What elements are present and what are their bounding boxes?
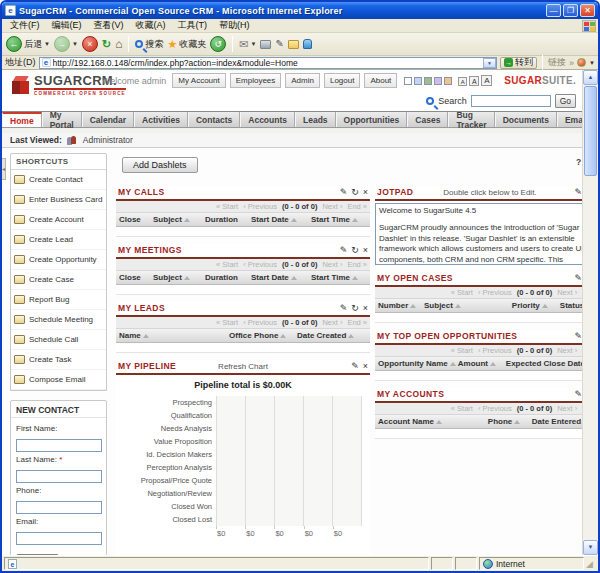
column-subject[interactable]: Subject [153,273,203,282]
address-input[interactable] [51,58,484,68]
pager-previous[interactable]: Previous [243,318,277,327]
pager-end[interactable]: End [347,318,367,327]
sidebar-item-create-account[interactable]: Create Account [11,210,106,230]
edit-dashlet-icon[interactable]: ✎ [574,274,582,283]
tab-emails[interactable]: Emails [557,112,582,127]
phone-field[interactable] [16,501,102,514]
resize-grip[interactable]: ◢ [586,558,596,570]
scroll-down-icon[interactable]: ▼ [583,540,598,555]
print-button[interactable] [260,40,271,49]
back-dropdown-icon[interactable]: ▼ [44,41,50,47]
add-dashlets-button[interactable]: Add Dashlets [122,157,198,173]
nav-employees[interactable]: Employees [230,73,282,88]
column-number[interactable]: Number [378,301,422,310]
save-button[interactable]: Save [16,554,59,555]
tab-my-portal[interactable]: My Portal [42,112,82,127]
last-viewed-item[interactable]: Administrator [83,135,133,145]
font-size-medium-button[interactable]: A [469,76,479,86]
menu-tools[interactable]: 工具(T) [172,19,214,32]
close-dashlet-icon[interactable]: × [363,246,368,255]
close-dashlet-icon[interactable]: × [363,362,368,371]
minimize-button[interactable]: — [546,4,561,17]
tab-leads[interactable]: Leads [295,112,336,127]
home-button[interactable]: ⌂ [115,38,122,50]
menu-view[interactable]: 查看(V) [88,19,130,32]
font-size-small-button[interactable]: A [458,77,467,86]
theme-swatch-orange[interactable] [444,77,452,85]
edit-dashlet-icon[interactable]: ✎ [340,304,348,313]
tab-documents[interactable]: Documents [495,112,557,127]
column-subject[interactable]: Subject [153,215,203,224]
column-close[interactable]: Close [119,273,151,282]
pager-next[interactable]: Next [557,346,577,355]
pager-end[interactable]: End [347,260,367,269]
scroll-thumb[interactable] [584,86,597,176]
last-name-field[interactable] [16,470,102,483]
pager-next[interactable]: Next [322,260,342,269]
pager-next[interactable]: Next [322,202,342,211]
column-office-phone[interactable]: Office Phone [229,331,295,340]
sidebar-item-schedule-meeting[interactable]: Schedule Meeting [11,310,106,330]
pager-previous[interactable]: Previous [243,202,277,211]
pager-previous[interactable]: Previous [243,260,277,269]
tab-activities[interactable]: Activities [134,112,188,127]
tab-opportunities[interactable]: Opportunities [336,112,408,127]
refresh-button[interactable]: ↻ [102,39,111,50]
mail-button[interactable]: ✉ ▼ [239,39,256,50]
sidebar-item-schedule-call[interactable]: Schedule Call [11,330,106,350]
column-status[interactable]: Status [560,301,582,310]
pager-next[interactable]: Next [557,404,577,413]
sidebar-item-create-case[interactable]: Create Case [11,270,106,290]
column-start-time[interactable]: Start Time [311,215,367,224]
column-amount[interactable]: Amount [458,359,504,368]
edit-button[interactable]: ✎ [275,39,283,49]
column-date-entered[interactable]: Date Entered [532,417,582,426]
email-field[interactable] [16,532,102,545]
links-chevron[interactable]: » [569,58,574,68]
font-size-large-button[interactable]: A [481,75,492,86]
sidebar-item-report-bug[interactable]: Report Bug [11,290,106,310]
page-scrollbar[interactable]: ▲ ▼ [582,70,598,555]
edit-dashlet-icon[interactable]: ✎ [574,332,582,341]
menu-edit[interactable]: 编辑(E) [46,19,88,32]
tab-accounts[interactable]: Accounts [240,112,295,127]
sidebar-item-enter-business-card[interactable]: Enter Business Card [11,190,106,210]
pager-end[interactable]: End [347,202,367,211]
search-input[interactable] [471,95,551,107]
column-close[interactable]: Close [119,215,151,224]
help-link[interactable]: ?Help [576,157,582,167]
sidebar-item-create-contact[interactable]: Create Contact [11,170,106,190]
column-start-date[interactable]: Start Date [251,215,309,224]
scroll-up-icon[interactable]: ▲ [583,70,598,85]
pager-start[interactable]: Start [216,202,238,211]
addon-dropdown-icon[interactable]: ▼ [589,60,595,66]
nav-logout[interactable]: Logout [324,73,360,88]
menu-help[interactable]: 帮助(H) [213,19,256,32]
discuss-button[interactable] [288,40,299,49]
tab-contacts[interactable]: Contacts [188,112,240,127]
pager-start[interactable]: Start [451,288,473,297]
column-name[interactable]: Name [119,331,227,340]
column-duration[interactable]: Duration [205,215,249,224]
column-opportunity-name[interactable]: Opportunity Name [378,359,456,368]
go-to-button[interactable]: → 转到 [500,57,537,69]
tab-calendar[interactable]: Calendar [82,112,134,127]
pager-next[interactable]: Next [557,288,577,297]
forward-button[interactable]: → ▼ [54,36,78,52]
first-name-field[interactable] [16,439,102,452]
nav-my-account[interactable]: My Account [172,73,225,88]
refresh-dashlet-icon[interactable]: ↻ [351,188,359,197]
theme-swatch-green[interactable] [424,77,432,85]
links-label[interactable]: 链接 [548,56,566,69]
address-dropdown-icon[interactable]: ▼ [483,58,496,68]
theme-swatch-purple[interactable] [434,77,442,85]
edit-dashlet-icon[interactable]: ✎ [340,188,348,197]
column-start-time[interactable]: Start Time [311,273,367,282]
column-expected-close-date[interactable]: Expected Close Date [506,359,582,368]
stop-button[interactable]: × [82,36,98,52]
sidebar-item-create-opportunity[interactable]: Create Opportunity [11,250,106,270]
theme-swatch-blue[interactable] [414,77,422,85]
pager-previous[interactable]: Previous [478,404,512,413]
pager-start[interactable]: Start [451,346,473,355]
pager-start[interactable]: Start [451,404,473,413]
